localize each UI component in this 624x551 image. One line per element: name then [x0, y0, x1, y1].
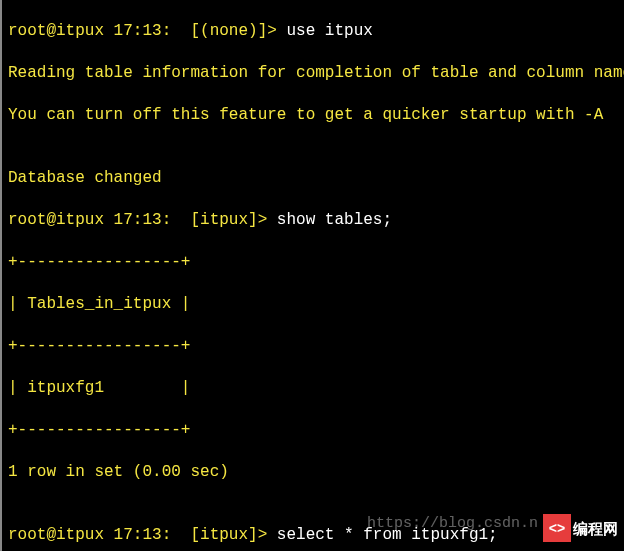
table-border: +-----------------+ — [8, 336, 618, 357]
command-text: show tables; — [277, 211, 392, 229]
output-line: Reading table information for completion… — [8, 63, 618, 84]
prompt-line-2[interactable]: root@itpux 17:13: [itpux]> show tables; — [8, 210, 618, 231]
table-row: | itpuxfg1 | — [8, 378, 618, 399]
prompt-line-1[interactable]: root@itpux 17:13: [(none)]> use itpux — [8, 21, 618, 42]
prompt-prefix: root@itpux 17:13: [itpux]> — [8, 211, 277, 229]
result-footer: 1 row in set (0.00 sec) — [8, 462, 618, 483]
command-text: use itpux — [286, 22, 372, 40]
terminal-output: root@itpux 17:13: [(none)]> use itpux Re… — [2, 0, 624, 551]
table-border: +-----------------+ — [8, 252, 618, 273]
output-line: Database changed — [8, 168, 618, 189]
table-header: | Tables_in_itpux | — [8, 294, 618, 315]
code-icon: <> — [543, 514, 571, 542]
output-line: You can turn off this feature to get a q… — [8, 105, 618, 126]
prompt-prefix: root@itpux 17:13: [itpux]> — [8, 526, 277, 544]
prompt-prefix: root@itpux 17:13: [(none)]> — [8, 22, 286, 40]
brand-logo: <> 编程网 — [543, 514, 618, 542]
brand-text: 编程网 — [573, 518, 618, 539]
table-border: +-----------------+ — [8, 420, 618, 441]
watermark-url: https://blog.csdn.n — [367, 513, 538, 534]
